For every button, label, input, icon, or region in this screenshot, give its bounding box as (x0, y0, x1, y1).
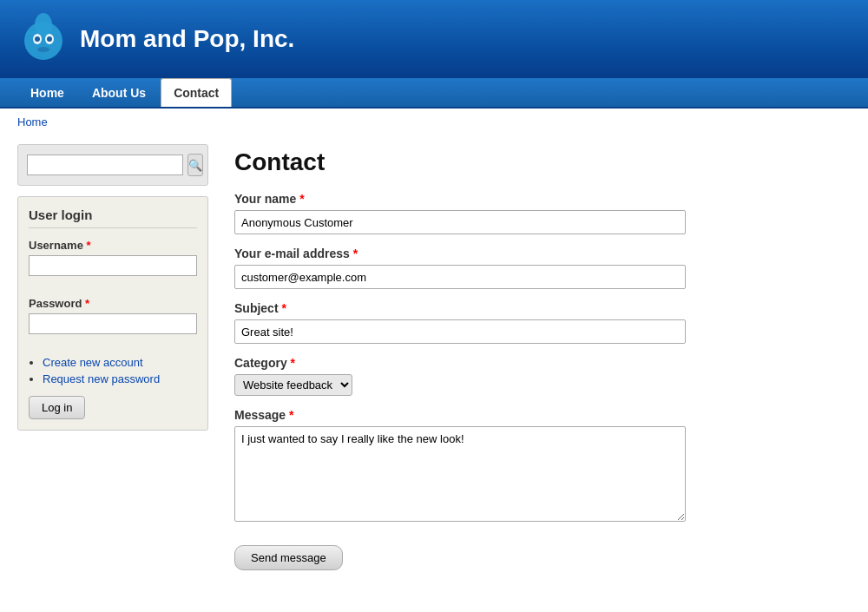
message-textarea[interactable]: I just wanted to say I really like the n… (234, 426, 686, 522)
name-input[interactable] (234, 210, 686, 234)
search-box: 🔍 (17, 144, 208, 186)
search-icon: 🔍 (188, 159, 202, 172)
login-button[interactable]: Log in (29, 396, 85, 419)
login-links: Create new account Request new password (29, 355, 197, 385)
search-input[interactable] (27, 155, 183, 175)
message-required: * (286, 408, 293, 422)
username-required: * (83, 239, 91, 252)
svg-point-4 (35, 36, 40, 42)
user-login-box: User login Username * Password * Create … (17, 196, 208, 431)
send-message-button[interactable]: Send message (234, 545, 343, 570)
request-password-item: Request new password (43, 372, 197, 385)
main-nav: Home About Us Contact (0, 78, 868, 109)
username-field-group: Username * (29, 239, 197, 285)
password-field-group: Password * (29, 297, 197, 343)
drupal-logo-icon (17, 13, 69, 65)
category-field-group: Category * Website feedback General inqu… (234, 356, 842, 396)
category-select[interactable]: Website feedback General inquiry Support (234, 374, 352, 396)
email-input[interactable] (234, 265, 686, 289)
name-field-group: Your name * (234, 192, 842, 234)
logo-area: Mom and Pop, Inc. (17, 13, 294, 65)
password-input[interactable] (29, 313, 197, 334)
svg-point-5 (47, 36, 52, 42)
create-account-item: Create new account (43, 355, 197, 369)
subject-field-group: Subject * (234, 301, 842, 344)
request-password-link[interactable]: Request new password (43, 372, 160, 385)
subject-input[interactable] (234, 319, 686, 344)
category-label: Category * (234, 356, 842, 370)
breadcrumb-home-link[interactable]: Home (17, 115, 48, 128)
nav-tab-home[interactable]: Home (17, 78, 77, 107)
name-label: Your name * (234, 192, 842, 206)
message-label: Message * (234, 408, 842, 422)
sidebar: 🔍 User login Username * Password * Crea (17, 144, 208, 575)
username-label: Username * (29, 239, 197, 252)
subject-required: * (279, 301, 286, 315)
create-account-link[interactable]: Create new account (43, 356, 143, 369)
svg-point-1 (35, 13, 52, 37)
password-label: Password * (29, 297, 197, 310)
email-label: Your e-mail address * (234, 247, 842, 260)
message-field-group: Message * I just wanted to say I really … (234, 408, 842, 524)
subject-label: Subject * (234, 301, 842, 315)
category-required: * (287, 356, 295, 370)
breadcrumb: Home (0, 109, 868, 135)
svg-point-6 (37, 47, 49, 52)
search-button[interactable]: 🔍 (187, 154, 203, 176)
site-header: Mom and Pop, Inc. (0, 0, 868, 78)
email-required: * (350, 247, 358, 260)
content-area: Contact Your name * Your e-mail address … (226, 144, 851, 575)
name-required: * (296, 192, 304, 206)
username-input[interactable] (29, 255, 197, 276)
password-required: * (82, 297, 89, 310)
page-title: Contact (234, 148, 842, 176)
site-title: Mom and Pop, Inc. (80, 25, 294, 53)
email-field-group: Your e-mail address * (234, 247, 842, 289)
user-login-title: User login (29, 207, 197, 228)
nav-tab-about[interactable]: About Us (79, 78, 159, 107)
main-layout: 🔍 User login Username * Password * Crea (0, 135, 868, 583)
nav-tab-contact[interactable]: Contact (161, 78, 232, 107)
